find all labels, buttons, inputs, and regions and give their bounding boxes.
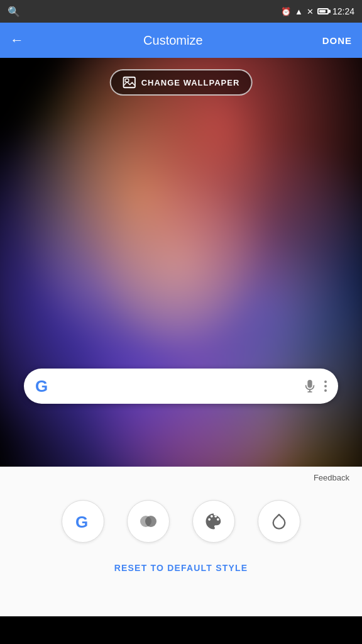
alarm-icon: ⏰ (281, 7, 291, 16)
feedback-row: Feedback (10, 467, 352, 482)
status-bar-left: 🔍 (8, 6, 20, 18)
feedback-label[interactable]: Feedback (314, 473, 349, 482)
style-icons-row: G (62, 500, 300, 543)
svg-point-6 (145, 516, 156, 527)
status-bar-right: ⏰ ▲ ✕ 12:24 (281, 6, 354, 16)
status-time: 12:24 (332, 6, 354, 16)
app-bar: ← Customize DONE (0, 23, 362, 58)
color-style-button[interactable] (258, 500, 300, 543)
done-button[interactable]: DONE (322, 35, 352, 46)
microphone-icon[interactable] (303, 379, 317, 393)
change-wallpaper-label: CHANGE WALLPAPER (141, 78, 240, 87)
battery-icon (317, 8, 329, 14)
bottom-panel: Feedback G RESET TO DEFA (0, 467, 362, 616)
signal-icon: ✕ (307, 7, 314, 16)
wallpaper-preview: CHANGE WALLPAPER G (0, 58, 362, 467)
palette-style-button[interactable] (192, 500, 235, 543)
color-drop-icon (270, 513, 288, 530)
search-icon: 🔍 (8, 6, 20, 18)
back-button[interactable]: ← (10, 32, 24, 48)
change-wallpaper-button[interactable]: CHANGE WALLPAPER (110, 69, 253, 96)
search-bar-container: G (24, 369, 338, 404)
svg-rect-1 (125, 79, 129, 82)
themes-style-button[interactable] (127, 500, 170, 543)
status-bar: 🔍 ⏰ ▲ ✕ 12:24 (0, 0, 362, 23)
wallpaper-icon (123, 75, 136, 89)
google-logo: G (35, 377, 48, 396)
more-options-icon[interactable] (324, 380, 327, 392)
search-bar[interactable]: G (24, 369, 338, 404)
reset-button[interactable]: RESET TO DEFAULT STYLE (114, 563, 248, 573)
svg-text:G: G (75, 513, 88, 531)
page-title: Customize (143, 33, 202, 48)
google-style-button[interactable]: G (62, 500, 104, 543)
google-g-icon: G (73, 511, 93, 531)
wifi-icon: ▲ (295, 7, 303, 16)
wallpaper-background (0, 58, 362, 467)
themes-icon (138, 511, 159, 532)
palette-icon (204, 512, 223, 531)
